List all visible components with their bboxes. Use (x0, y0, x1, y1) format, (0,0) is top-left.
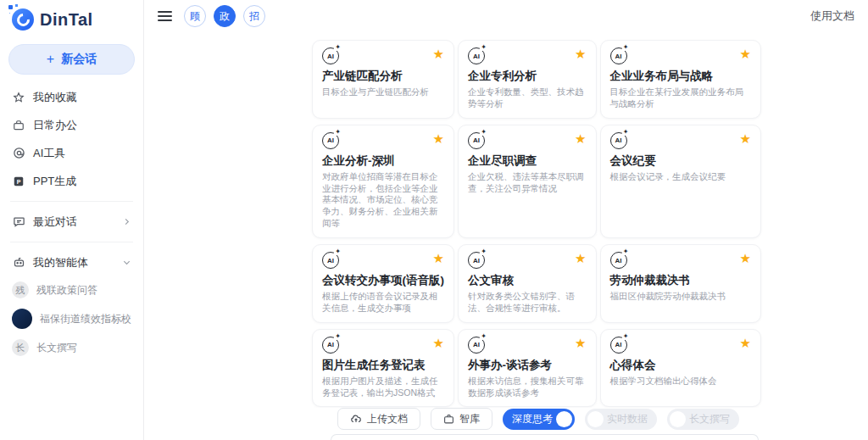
knowledge-base-button[interactable]: 智库 (431, 408, 492, 430)
workspace-pill[interactable]: 招 (243, 5, 265, 27)
agent-avatar: 长 (12, 339, 29, 356)
upload-document-label: 上传文档 (367, 412, 408, 426)
ai-agent-icon: AI✦ (468, 132, 485, 149)
realtime-data-toggle[interactable]: 实时数据 (585, 409, 657, 430)
ai-agent-icon: AI✦ (322, 337, 339, 354)
favorite-star-icon[interactable]: ★ (740, 132, 751, 145)
agent-card[interactable]: AI✦ ★ 图片生成任务登记表 根据用户图片及描述，生成任务登记表，输出为JSO… (312, 329, 454, 408)
agent-card-title: 心得体会 (610, 358, 752, 373)
agent-card[interactable]: AI✦ ★ 企业尽职调查 企业欠税、违法等基本尽职调查，关注公司异常情况 (458, 125, 597, 238)
agent-card[interactable]: AI✦ ★ 外事办-谈话参考 根据来访信息，搜集相关可靠数据形成谈话参考 (458, 329, 597, 408)
brand-logo: DinTal (0, 0, 143, 37)
agent-card-description: 企业专利数量、类型、技术趋势等分析 (468, 86, 587, 110)
ai-agent-icon: AI✦ (610, 252, 627, 269)
agent-card-title: 企业专利分析 (468, 69, 587, 84)
favorite-star-icon[interactable]: ★ (740, 47, 751, 60)
toggle-knob (670, 411, 686, 427)
agent-card-title: 企业尽职调查 (468, 153, 587, 169)
agent-card[interactable]: AI✦ ★ 企业专利分析 企业专利数量、类型、技术趋势等分析 (458, 40, 597, 119)
ai-agent-icon: AI✦ (468, 337, 485, 354)
chevron-down-icon[interactable] (122, 258, 131, 267)
agent-card-description: 目标企业在某行业发展的业务布局与战略分析 (610, 86, 752, 110)
deep-think-label: 深度思考 (512, 412, 553, 426)
ai-agent-icon: AI✦ (610, 132, 627, 149)
ai-agent-icon: AI✦ (322, 47, 339, 64)
brand-name: DinTal (40, 10, 93, 30)
agent-card-description: 根据用户图片及描述，生成任务登记表，输出为JSON格式 (322, 376, 444, 399)
sidebar-item-daily-office[interactable]: 日常办公 (0, 111, 143, 139)
agent-card[interactable]: AI✦ ★ 劳动仲裁裁决书 福田区仲裁院劳动仲裁裁决书 (600, 244, 762, 323)
agent-label: 长文撰写 (36, 341, 77, 355)
sidebar-item-label: AI工具 (33, 146, 65, 161)
sidebar-section-my-agents[interactable]: 我的智能体 (0, 248, 143, 276)
svg-text:P: P (17, 178, 21, 184)
agent-card-title: 会议纪要 (610, 153, 752, 169)
agent-card[interactable]: AI✦ ★ 会议转交办事项(语音版) 根据上传的语音会议记录及相关信息，生成交办… (312, 244, 454, 323)
sidebar-section-label: 我的智能体 (33, 255, 114, 270)
chat-bubble-icon (12, 215, 25, 229)
favorite-star-icon[interactable]: ★ (575, 252, 586, 265)
workspace-pill[interactable]: 顾 (184, 5, 206, 27)
ppt-icon: P (12, 175, 25, 188)
sidebar: DinTal + 新会话 我的收藏 日常办公 AI工具 P PPT生成 最近对话 (0, 0, 144, 440)
workspace-pill[interactable]: 政 (214, 5, 236, 27)
toggle-knob (556, 411, 572, 427)
agent-card-title: 外事办-谈话参考 (468, 358, 587, 373)
sidebar-divider (10, 201, 133, 202)
agent-card-description: 根据会议记录，生成会议纪要 (610, 171, 752, 183)
favorite-star-icon[interactable]: ★ (575, 337, 586, 349)
favorite-star-icon[interactable]: ★ (433, 132, 444, 145)
ai-agent-icon: AI✦ (322, 132, 339, 149)
favorite-star-icon[interactable]: ★ (433, 252, 444, 265)
favorite-star-icon[interactable]: ★ (433, 337, 444, 349)
content-area: AI✦ ★ 产业链匹配分析 目标企业与产业链匹配分析 AI✦ ★ 企业专利分析 … (144, 32, 868, 408)
ai-agent-icon: AI✦ (468, 252, 485, 269)
composer: 上传文档 智库 深度思考 实时数据 长文撰写 (144, 408, 868, 440)
agent-avatar (12, 309, 32, 329)
favorite-star-icon[interactable]: ★ (740, 337, 751, 349)
ai-agent-icon: AI✦ (468, 47, 485, 64)
chat-input[interactable] (331, 434, 759, 440)
my-agent-item[interactable]: 长 长文撰写 (0, 334, 143, 361)
sidebar-item-recent-chats[interactable]: 最近对话 (0, 208, 143, 236)
agent-card[interactable]: AI✦ ★ 会议纪要 根据会议记录，生成会议纪要 (600, 125, 762, 238)
new-chat-button[interactable]: + 新会话 (8, 44, 135, 75)
favorite-star-icon[interactable]: ★ (575, 47, 586, 60)
upload-document-button[interactable]: 上传文档 (337, 408, 420, 430)
agent-card[interactable]: AI✦ ★ 公文审核 针对政务类公文错别字、语法、合规性等进行审核。 (458, 244, 597, 323)
agent-card-title: 企业业务布局与战略 (610, 69, 752, 84)
hamburger-menu-icon[interactable] (158, 11, 172, 21)
new-chat-label: 新会话 (61, 52, 97, 67)
agent-card[interactable]: AI✦ ★ 心得体会 根据学习文档输出心得体会 (600, 329, 762, 408)
agent-card-title: 公文审核 (468, 273, 587, 288)
agent-card-title: 会议转交办事项(语音版) (322, 273, 444, 288)
longform-toggle[interactable]: 长文撰写 (667, 409, 739, 430)
agent-label: 残联政策问答 (36, 283, 97, 298)
docs-link[interactable]: 使用文档 (810, 8, 854, 24)
sidebar-item-favorites[interactable]: 我的收藏 (0, 83, 143, 111)
agent-card-description: 企业欠税、违法等基本尽职调查，关注公司异常情况 (468, 171, 587, 195)
agent-card[interactable]: AI✦ ★ 企业分析-深圳 对政府单位招商等潜在目标企业进行分析，包括企业等企业… (312, 125, 454, 238)
briefcase-icon (443, 414, 454, 425)
workspace-pills: 顾政招 (184, 5, 265, 27)
my-agent-item[interactable]: 残 残联政策问答 (0, 276, 143, 304)
deep-think-toggle[interactable]: 深度思考 (503, 409, 575, 430)
agent-card[interactable]: AI✦ ★ 产业链匹配分析 目标企业与产业链匹配分析 (312, 40, 454, 119)
favorite-star-icon[interactable]: ★ (433, 47, 444, 60)
office-icon (12, 119, 25, 132)
agent-label: 福保街道绩效指标校准 (40, 312, 131, 326)
agent-card-description: 根据来访信息，搜集相关可靠数据形成谈话参考 (468, 376, 587, 399)
longform-label: 长文撰写 (689, 412, 730, 426)
star-outline-icon (12, 91, 25, 104)
realtime-data-label: 实时数据 (607, 412, 648, 426)
agent-card-title: 产业链匹配分析 (322, 69, 444, 84)
sidebar-item-label: 我的收藏 (33, 90, 77, 105)
my-agent-item[interactable]: 福保街道绩效指标校准 (0, 304, 143, 334)
favorite-star-icon[interactable]: ★ (740, 252, 751, 265)
sidebar-item-ppt[interactable]: P PPT生成 (0, 167, 143, 195)
favorite-star-icon[interactable]: ★ (575, 132, 586, 145)
sidebar-item-ai-tools[interactable]: AI工具 (0, 139, 143, 167)
agent-card[interactable]: AI✦ ★ 企业业务布局与战略 目标企业在某行业发展的业务布局与战略分析 (600, 40, 762, 119)
chevron-right-icon[interactable] (122, 217, 131, 226)
agent-card-title: 企业分析-深圳 (322, 153, 444, 169)
